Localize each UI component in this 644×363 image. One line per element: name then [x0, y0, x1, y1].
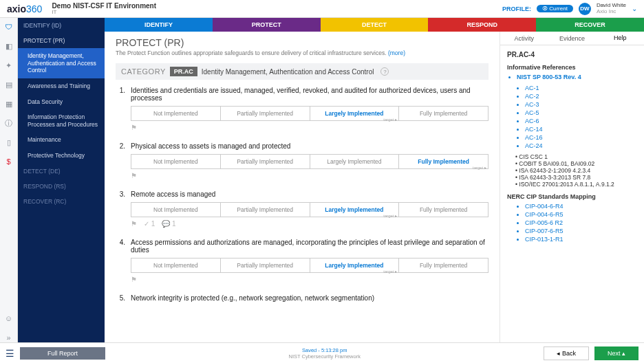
question-number: 4. — [116, 239, 125, 283]
nav-protect[interactable]: PROTECT (PR) — [18, 33, 105, 48]
ref-link[interactable]: CIP-005-6 R2 — [525, 219, 637, 226]
category-row: CATEGORY PR.AC Identity Management, Auth… — [116, 63, 489, 80]
ref-link[interactable]: AC-2 — [525, 93, 637, 100]
answer-option[interactable]: Partially Implemented — [221, 258, 310, 272]
answer-option[interactable]: Partially Implemented — [221, 107, 310, 120]
question-text: Network integrity is protected (e.g., ne… — [131, 294, 489, 302]
topbar: axio360 Demo NIST-CSF IT Environment IT … — [0, 0, 644, 18]
comment-icon[interactable]: 💬 1 — [162, 220, 175, 228]
ref-text: ISA 62443-3-3:2013 SR 7.8 — [515, 174, 637, 181]
answer-options: Not ImplementedPartially ImplementedLarg… — [131, 258, 489, 273]
menu-icon[interactable]: ☰ — [6, 348, 14, 359]
avatar[interactable]: DW — [579, 3, 591, 15]
ref-link[interactable]: CIP-013-1-R1 — [525, 236, 637, 243]
answer-options: Not ImplementedPartially ImplementedLarg… — [131, 154, 489, 169]
ref-link[interactable]: AC-24 — [525, 142, 637, 149]
answer-option[interactable]: Not Implemented — [131, 258, 221, 272]
tab-activity[interactable]: Activity — [500, 32, 548, 45]
question-row: 5.Network integrity is protected (e.g., … — [116, 294, 489, 306]
tab-identify[interactable]: IDENTIFY — [105, 18, 213, 32]
nav-item-protective-tech[interactable]: Protective Technology — [18, 148, 105, 164]
question-text: Remote access is managed — [131, 190, 489, 198]
nav-item-awareness[interactable]: Awareness and Training — [18, 78, 105, 94]
user-menu[interactable]: David White Axio Inc — [597, 3, 626, 15]
ref-link[interactable]: CIP-004-6-R4 — [525, 203, 637, 210]
question-text: Physical access to assets is managed and… — [131, 142, 489, 150]
nav-recover[interactable]: RECOVER (RC) — [18, 194, 105, 209]
question-text: Identities and credentials are issued, m… — [131, 87, 489, 102]
ref-link[interactable]: CIP-007-6-R5 — [525, 228, 637, 234]
answer-option[interactable]: Largely Implemented — [310, 107, 400, 120]
next-button[interactable]: Next ▴ — [594, 346, 638, 360]
profile-pill[interactable]: ⦿ Current — [537, 5, 573, 12]
tab-respond[interactable]: RESPOND — [428, 18, 536, 32]
answer-option[interactable]: Fully Implemented — [399, 203, 488, 217]
ref-link[interactable]: AC-14 — [525, 126, 637, 133]
dashboard-icon[interactable]: ◧ — [4, 41, 14, 51]
env-name: Demo NIST-CSF IT Environment — [52, 2, 156, 10]
question-row: 2.Physical access to assets is managed a… — [116, 142, 489, 179]
ref-link[interactable]: AC-5 — [525, 109, 637, 116]
back-button[interactable]: ◂ Back — [544, 346, 589, 360]
answer-option[interactable]: Not Implemented — [131, 155, 221, 168]
flag-icon[interactable]: ⚑ — [131, 276, 137, 283]
footer: ☰ Full Report Saved - 5:13:28 pm NIST Cy… — [0, 342, 644, 363]
chart-icon[interactable]: ✦ — [4, 60, 14, 70]
full-report-button[interactable]: Full Report — [20, 347, 105, 360]
answer-option[interactable]: Fully Implemented — [399, 258, 488, 272]
answer-option[interactable]: Not Implemented — [131, 107, 221, 120]
doc-icon[interactable]: ▤ — [4, 80, 14, 89]
question-row: 4.Access permissions and authorizations … — [116, 239, 489, 283]
grid-icon[interactable]: ▦ — [4, 99, 14, 109]
tab-evidence[interactable]: Evidence — [548, 32, 597, 45]
alert-icon[interactable]: $ — [4, 157, 14, 166]
settings-icon[interactable]: ☺ — [4, 314, 14, 323]
tab-recover[interactable]: RECOVER — [536, 18, 644, 32]
answer-option[interactable]: Not Implemented — [131, 203, 221, 217]
answer-option[interactable]: Partially Implemented — [221, 155, 310, 168]
nav-identify[interactable]: IDENTIFY (ID) — [18, 18, 105, 33]
nav-detect[interactable]: DETECT (DE) — [18, 164, 105, 179]
nav-respond[interactable]: RESPOND (RS) — [18, 179, 105, 194]
flag-icon[interactable]: ⚑ — [131, 124, 137, 131]
nerc-title: NERC CIP Standards Mapping — [507, 193, 637, 200]
flag-icon[interactable]: ⚑ — [131, 172, 137, 179]
flag-icon[interactable]: ⚑ — [131, 220, 137, 228]
help-icon[interactable]: ? — [380, 67, 389, 76]
check-icon[interactable]: ✓ 1 — [144, 220, 155, 228]
answer-option[interactable]: Largely Implemented — [310, 203, 400, 217]
ref-link[interactable]: AC-6 — [525, 118, 637, 124]
tab-help[interactable]: Help — [596, 32, 644, 45]
info-icon[interactable]: ⓘ — [4, 118, 14, 128]
answer-option[interactable]: Fully Implemented — [399, 155, 488, 168]
file-icon[interactable]: ▯ — [4, 138, 14, 147]
ref-link[interactable]: AC-3 — [525, 101, 637, 108]
nav-item-iam[interactable]: Identity Management, Authentication and … — [18, 48, 105, 78]
more-link[interactable]: (more) — [388, 50, 405, 56]
nav-item-info-protection[interactable]: Information Protection Processes and Pro… — [18, 109, 105, 132]
ref-link[interactable]: CIP-004-6-R5 — [525, 211, 637, 218]
answer-option[interactable]: Largely Implemented — [310, 155, 400, 168]
ref-link[interactable]: AC-16 — [525, 134, 637, 141]
question-row: 1.Identities and credentials are issued,… — [116, 87, 489, 131]
nav-item-maintenance[interactable]: Maintenance — [18, 132, 105, 148]
ref-link[interactable]: AC-1 — [525, 85, 637, 91]
shield-icon[interactable]: 🛡 — [4, 22, 14, 32]
answer-option[interactable]: Partially Implemented — [221, 203, 310, 217]
ref-text: ISO/IEC 27001:2013 A.8.1.1, A.9.1.2 — [515, 181, 637, 188]
question-text: Access permissions and authorizations ar… — [131, 239, 489, 254]
chevron-down-icon[interactable]: ⌄ — [632, 5, 637, 12]
question-row: 3.Remote access is managedNot Implemente… — [116, 190, 489, 228]
ref-text: ISA 62443-2-1:2009 4.2.3.4 — [515, 167, 637, 174]
right-tabs: Activity Evidence Help — [500, 32, 644, 45]
category-label: CATEGORY — [121, 67, 166, 76]
ref-nist-title[interactable]: NIST SP 800-53 Rev. 4 — [517, 74, 637, 80]
ref-text: COBIT 5 BAI09.01, BAI09.02 — [515, 160, 637, 167]
expand-icon[interactable]: » — [4, 333, 14, 342]
answer-option[interactable]: Fully Implemented — [399, 107, 488, 120]
nav-item-data-security[interactable]: Data Security — [18, 94, 105, 110]
tab-detect[interactable]: DETECT — [321, 18, 429, 32]
logo[interactable]: axio360 — [7, 3, 42, 14]
answer-option[interactable]: Largely Implemented — [310, 258, 400, 272]
tab-protect[interactable]: PROTECT — [213, 18, 321, 32]
